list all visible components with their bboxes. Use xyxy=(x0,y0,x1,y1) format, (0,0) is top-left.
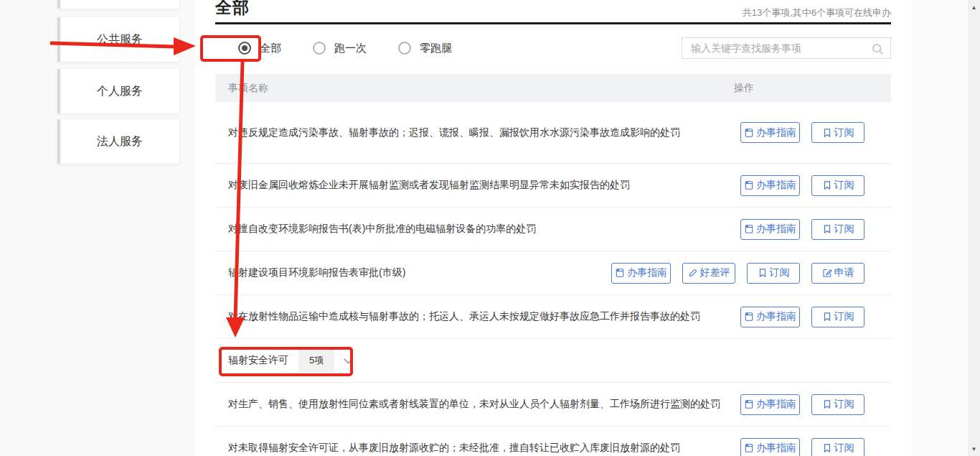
radio-group: 全部跑一次零跑腿 xyxy=(238,37,452,59)
button-label: 订阅 xyxy=(834,223,854,236)
document-icon xyxy=(744,180,754,190)
guide-button[interactable]: 办事指南 xyxy=(740,307,800,327)
radio-circle-icon[interactable] xyxy=(238,42,251,55)
sidebar-item-label: 个人服务 xyxy=(97,84,143,99)
sidebar-item-公共服务[interactable]: 公共服务 xyxy=(57,17,179,62)
sidebar-item-partial[interactable] xyxy=(57,0,179,9)
bookmark-icon xyxy=(822,312,832,322)
scroll-up-arrow-icon[interactable]: ▲ xyxy=(968,1,980,13)
category-count-badge: 5项 xyxy=(298,349,334,372)
service-item-name: 辐射建设项目环境影响报告表审批(市级) xyxy=(215,266,405,279)
button-label: 订阅 xyxy=(834,310,854,323)
button-label: 订阅 xyxy=(834,398,854,411)
bookmark-icon xyxy=(822,224,832,234)
column-header-name: 事项名称 xyxy=(215,82,268,95)
subscribe-button[interactable]: 订阅 xyxy=(811,307,864,327)
guide-button[interactable]: 办事指南 xyxy=(740,175,800,196)
button-label: 办事指南 xyxy=(756,179,796,192)
row-actions: 办事指南订阅 xyxy=(740,122,864,143)
button-label: 订阅 xyxy=(834,442,854,455)
items-count: 共13个事项,其中6个事项可在线申办 xyxy=(743,6,891,19)
subscribe-button[interactable]: 订阅 xyxy=(811,438,864,456)
filter-row: 全部跑一次零跑腿 xyxy=(215,37,891,59)
apply-button[interactable]: 申请 xyxy=(811,263,864,284)
button-label: 办事指南 xyxy=(756,126,796,139)
button-label: 订阅 xyxy=(770,266,790,279)
pen-icon xyxy=(688,268,698,278)
guide-button[interactable]: 办事指南 xyxy=(740,219,800,240)
radio-label: 跑一次 xyxy=(334,42,367,55)
row-actions: 办事指南好差评订阅申请 xyxy=(611,263,864,284)
scroll-down-arrow-icon[interactable]: ▼ xyxy=(968,443,980,455)
sidebar-item-label: 公共服务 xyxy=(97,32,143,47)
subscribe-button[interactable]: 订阅 xyxy=(811,394,864,415)
service-item-name: 对在放射性物品运输中造成核与辐射事故的；托运人、承运人未按规定做好事故应急工作并… xyxy=(215,310,700,323)
radio-option-1[interactable]: 跑一次 xyxy=(313,42,367,55)
page-background: 公共服务个人服务法人服务 全部 共13个事项,其中6个事项可在线申办 全部跑一次… xyxy=(0,0,980,456)
button-label: 申请 xyxy=(834,266,854,279)
service-item-name: 对擅自改变环境影响报告书(表)中所批准的电磁辐射设备的功率的处罚 xyxy=(215,223,536,236)
button-label: 办事指南 xyxy=(756,223,796,236)
row-actions: 办事指南订阅 xyxy=(740,307,864,327)
button-label: 办事指南 xyxy=(756,398,796,411)
title-divider xyxy=(215,22,891,24)
document-icon xyxy=(744,312,754,322)
document-icon xyxy=(615,268,625,278)
guide-button[interactable]: 办事指南 xyxy=(611,263,671,284)
service-item-name: 对生产、销售、使用放射性同位素或者射线装置的单位，未对从业人员个人辐射剂量、工作… xyxy=(215,398,720,411)
button-label: 办事指南 xyxy=(756,310,796,323)
sidebar: 公共服务个人服务法人服务 xyxy=(0,0,194,456)
search-box xyxy=(682,37,891,59)
table-header: 事项名称 操作 xyxy=(215,74,891,102)
document-icon xyxy=(744,128,754,138)
table-row: 对生产、销售、使用放射性同位素或者射线装置的单位，未对从业人员个人辐射剂量、工作… xyxy=(215,383,891,427)
bookmark-icon xyxy=(822,443,832,453)
row-actions: 办事指南订阅 xyxy=(740,219,864,240)
bookmark-icon xyxy=(822,128,832,138)
bookmark-icon xyxy=(822,180,832,190)
document-icon xyxy=(744,224,754,234)
button-label: 办事指南 xyxy=(627,266,667,279)
radio-circle-icon[interactable] xyxy=(313,42,326,55)
page-scrollbar[interactable]: ▲ ▼ xyxy=(968,0,980,456)
page-title: 全部 xyxy=(215,0,250,19)
subscribe-button[interactable]: 订阅 xyxy=(811,175,864,196)
row-actions: 办事指南订阅 xyxy=(740,175,864,196)
subscribe-button[interactable]: 订阅 xyxy=(811,219,864,240)
column-header-actions: 操作 xyxy=(734,82,754,95)
table-row: 对废旧金属回收熔炼企业未开展辐射监测或者发现辐射监测结果明显异常未如实报告的处罚… xyxy=(215,164,891,208)
radio-label: 全部 xyxy=(260,42,281,55)
category-row: 辐射安全许可5项 xyxy=(215,339,891,383)
button-label: 办事指南 xyxy=(756,442,796,455)
bookmark-icon xyxy=(758,268,768,278)
table-row: 对违反规定造成污染事故、辐射事故的；迟报、谎报、瞒报、漏报饮用水水源污染事故造成… xyxy=(215,102,891,164)
service-item-name: 对未取得辐射安全许可证，从事废旧放射源收贮的；未经批准，擅自转让已收贮入库废旧放… xyxy=(215,442,680,455)
subscribe-button[interactable]: 订阅 xyxy=(747,263,800,284)
radio-option-0[interactable]: 全部 xyxy=(238,42,281,55)
document-icon xyxy=(744,443,754,453)
rate-button[interactable]: 好差评 xyxy=(682,263,735,284)
search-input[interactable] xyxy=(682,38,890,58)
sidebar-item-个人服务[interactable]: 个人服务 xyxy=(57,69,179,113)
edit-square-icon xyxy=(822,268,832,278)
service-item-name: 对废旧金属回收熔炼企业未开展辐射监测或者发现辐射监测结果明显异常未如实报告的处罚 xyxy=(215,179,630,192)
row-actions: 办事指南订阅 xyxy=(740,438,864,456)
table-body: 对违反规定造成污染事故、辐射事故的；迟报、谎报、瞒报、漏报饮用水水源污染事故造成… xyxy=(215,102,891,456)
subscribe-button[interactable]: 订阅 xyxy=(811,122,864,143)
table-row: 辐射建设项目环境影响报告表审批(市级)办事指南好差评订阅申请 xyxy=(215,251,891,295)
row-actions: 办事指南订阅 xyxy=(740,394,864,415)
document-icon xyxy=(744,399,754,409)
radio-circle-icon[interactable] xyxy=(398,42,411,55)
guide-button[interactable]: 办事指南 xyxy=(740,394,800,415)
guide-button[interactable]: 办事指南 xyxy=(740,122,800,143)
service-item-name: 对违反规定造成污染事故、辐射事故的；迟报、谎报、瞒报、漏报饮用水水源污染事故造成… xyxy=(215,126,680,139)
chevron-down-icon[interactable] xyxy=(343,358,354,364)
button-label: 好差评 xyxy=(700,266,730,279)
category-label: 辐射安全许可 xyxy=(215,354,288,367)
bookmark-icon xyxy=(822,399,832,409)
search-icon[interactable] xyxy=(872,43,884,58)
guide-button[interactable]: 办事指南 xyxy=(740,438,800,456)
sidebar-item-法人服务[interactable]: 法人服务 xyxy=(57,119,179,164)
radio-option-2[interactable]: 零跑腿 xyxy=(398,42,452,55)
table-row: 对擅自改变环境影响报告书(表)中所批准的电磁辐射设备的功率的处罚办事指南订阅 xyxy=(215,208,891,251)
